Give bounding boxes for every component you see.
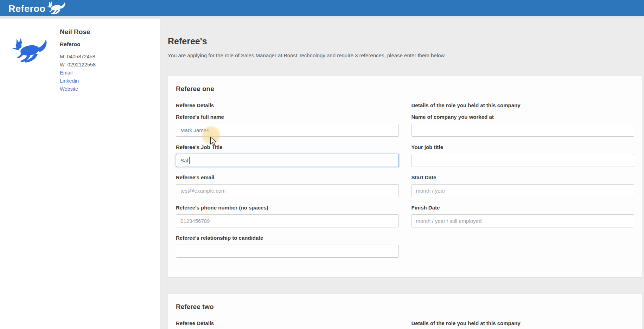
contact-card: Neil Rose Referoo M: 0405872458 W: 02921…	[60, 28, 96, 93]
mobile-phone: M: 0405872458	[60, 53, 96, 61]
relationship-label: Referee's relationship to candidate	[176, 235, 399, 241]
referee1-relationship-input[interactable]	[176, 245, 399, 258]
referee-two-title: Referee two	[176, 303, 634, 311]
phone-label: Referee's phone number (no spaces)	[176, 205, 399, 211]
referee-two-card: Referee two Referee Details Referee's fu…	[168, 293, 642, 329]
candidate-company: Referoo	[60, 41, 96, 47]
website-link[interactable]: Website	[60, 85, 96, 93]
linkedin-link[interactable]: Linkedin	[60, 77, 96, 85]
field-email: Referee's email	[176, 174, 399, 197]
main-content: Referee's You are applying for the role …	[161, 19, 644, 329]
field-phone: Referee's phone number (no spaces)	[176, 205, 399, 227]
referee1-full-name-input[interactable]	[176, 124, 399, 137]
referee1-finish-date-input[interactable]	[412, 214, 635, 227]
referee-details-column: Referee Details Referee's full name	[176, 320, 399, 329]
candidate-name: Neil Rose	[60, 28, 96, 36]
brand-name: Referoo	[8, 2, 46, 15]
referee-one-card: Referee one Referee Details Referee's fu…	[168, 76, 642, 277]
email-label: Referee's email	[176, 174, 399, 180]
job-title-label: Referee's Job Title	[176, 144, 399, 150]
referee1-phone-input[interactable]	[176, 214, 399, 227]
role-details-column: Details of the role you held at this com…	[412, 102, 635, 265]
referee1-company-input[interactable]	[412, 124, 635, 137]
candidate-sidebar: Neil Rose Referoo M: 0405872458 W: 02921…	[0, 19, 160, 329]
field-job-title: Referee's Job Title	[176, 144, 399, 167]
full-name-label: Referee's full name	[176, 114, 399, 120]
referee-details-column: Referee Details Referee's full name Refe…	[176, 102, 399, 265]
page-title: Referee's	[168, 36, 642, 46]
field-relationship: Referee's relationship to candidate	[176, 235, 399, 258]
kangaroo-icon	[9, 37, 48, 63]
field-company-name: Name of company you worked at	[412, 114, 635, 137]
email-link[interactable]: Email	[60, 69, 96, 77]
start-date-label: Start Date	[412, 174, 635, 180]
referee1-email-input[interactable]	[176, 184, 399, 197]
referee-details-group-label: Referee Details	[176, 320, 399, 326]
your-job-title-label: Your job title	[412, 144, 635, 150]
referee1-your-job-title-input[interactable]	[412, 154, 635, 167]
role-details-group-label: Details of the role you held at this com…	[412, 102, 635, 108]
text-caret	[189, 157, 190, 164]
field-full-name: Referee's full name	[176, 114, 399, 137]
finish-date-label: Finish Date	[412, 205, 635, 211]
referee1-job-title-input[interactable]	[176, 154, 399, 167]
top-header: Referoo	[0, 0, 644, 18]
field-start-date: Start Date	[412, 174, 635, 197]
role-details-column: Details of the role you held at this com…	[412, 320, 635, 329]
work-phone: W: 0292122558	[60, 61, 96, 69]
field-your-job-title: Your job title	[412, 144, 635, 167]
referee1-start-date-input[interactable]	[412, 184, 635, 197]
role-details-group-label: Details of the role you held at this com…	[412, 320, 635, 326]
referee-one-title: Referee one	[176, 85, 634, 93]
referee-details-group-label: Referee Details	[176, 102, 399, 108]
page-intro: You are applying for the role of Sales M…	[168, 52, 642, 58]
field-finish-date: Finish Date	[412, 205, 635, 227]
kangaroo-logo-icon	[44, 0, 68, 14]
company-name-label: Name of company you worked at	[412, 114, 635, 120]
brand-logo: Referoo	[8, 2, 68, 15]
